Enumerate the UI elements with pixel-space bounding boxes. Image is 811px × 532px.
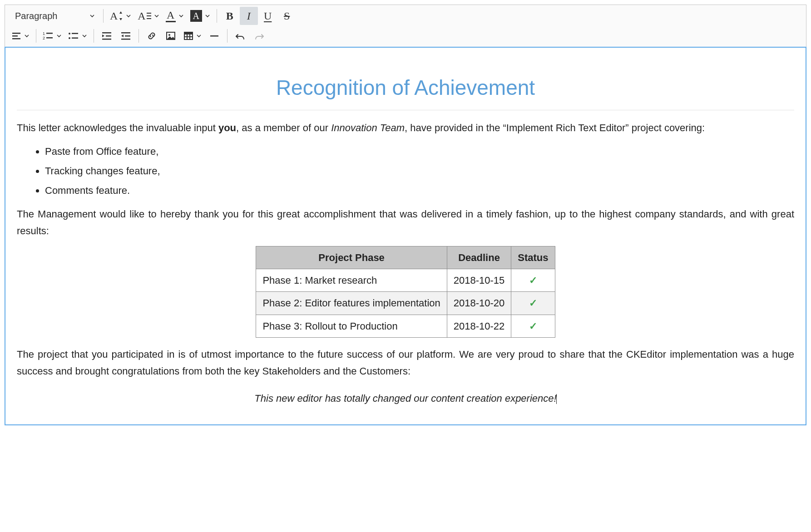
table-button[interactable] bbox=[181, 27, 204, 45]
svg-rect-4 bbox=[12, 35, 18, 37]
horizontal-line-icon bbox=[209, 31, 219, 41]
svg-point-11 bbox=[69, 37, 70, 39]
svg-rect-17 bbox=[121, 32, 130, 34]
table-cell[interactable]: Phase 3: Rollout to Production bbox=[256, 315, 447, 337]
underline-button[interactable]: U bbox=[259, 7, 277, 25]
bold-button[interactable]: B bbox=[221, 7, 239, 25]
bulleted-list-button[interactable] bbox=[65, 27, 90, 45]
bulleted-list-icon bbox=[68, 31, 79, 41]
link-button[interactable] bbox=[143, 27, 161, 45]
quote-text: This new editor has totally changed our … bbox=[254, 393, 556, 404]
redo-icon bbox=[254, 31, 264, 41]
image-icon bbox=[166, 31, 176, 41]
heading-dropdown[interactable]: Paragraph bbox=[9, 7, 99, 25]
status-cell[interactable]: ✓ bbox=[511, 315, 555, 337]
table-header-cell[interactable]: Deadline bbox=[447, 246, 511, 269]
outdent-button[interactable] bbox=[117, 27, 135, 45]
svg-point-10 bbox=[69, 33, 70, 34]
text-run: , have provided in the “Implement Rich T… bbox=[405, 122, 705, 133]
paragraph-style-button[interactable]: A bbox=[135, 7, 162, 25]
separator bbox=[217, 9, 217, 23]
alignment-button[interactable] bbox=[9, 27, 32, 45]
chevron-down-icon bbox=[178, 13, 184, 19]
editor-content[interactable]: Recognition of Achievement This letter a… bbox=[5, 47, 806, 425]
highlight-glyph: A bbox=[190, 10, 202, 22]
chevron-down-icon bbox=[126, 13, 131, 19]
text-run: , as a member of our bbox=[236, 122, 331, 133]
font-color-button[interactable]: A bbox=[163, 7, 187, 25]
table-cell[interactable]: Phase 2: Editor features implementation bbox=[256, 292, 447, 315]
separator bbox=[94, 29, 94, 43]
highlight-button[interactable]: A bbox=[188, 7, 213, 25]
table-cell[interactable]: 2018-10-15 bbox=[447, 269, 511, 291]
color-bar-icon bbox=[166, 21, 176, 22]
status-cell[interactable]: ✓ bbox=[511, 269, 555, 291]
link-icon bbox=[147, 31, 157, 41]
table-cell[interactable]: 2018-10-20 bbox=[447, 292, 511, 315]
svg-rect-12 bbox=[72, 33, 78, 34]
horizontal-line-button[interactable] bbox=[205, 27, 223, 45]
chevron-down-icon bbox=[56, 33, 62, 39]
italic-glyph: I bbox=[247, 10, 251, 22]
editor-frame: Paragraph A A bbox=[5, 5, 806, 425]
svg-rect-1 bbox=[147, 15, 151, 16]
updown-arrows-icon bbox=[119, 10, 123, 21]
chevron-down-icon bbox=[89, 13, 95, 19]
table-row[interactable]: Phase 3: Rollout to Production 2018-10-2… bbox=[256, 315, 555, 337]
intro-paragraph[interactable]: This letter acknowledges the invaluable … bbox=[17, 119, 794, 136]
chevron-down-icon bbox=[24, 33, 30, 39]
table-row[interactable]: Phase 2: Editor features implementation … bbox=[256, 292, 555, 315]
redo-button[interactable] bbox=[250, 27, 268, 45]
svg-rect-15 bbox=[106, 35, 111, 37]
bold-glyph: B bbox=[226, 10, 233, 22]
table-header-cell[interactable]: Status bbox=[511, 246, 555, 269]
font-color-glyph: A bbox=[167, 10, 174, 20]
svg-rect-13 bbox=[72, 38, 78, 39]
svg-rect-9 bbox=[46, 37, 53, 39]
image-button[interactable] bbox=[162, 27, 180, 45]
list-item[interactable]: Tracking changes feature, bbox=[45, 163, 794, 179]
strikethrough-button[interactable]: S bbox=[278, 7, 296, 25]
list-item[interactable]: Paste from Office feature, bbox=[45, 143, 794, 160]
list-item[interactable]: Comments feature. bbox=[45, 182, 794, 199]
heading-dropdown-label: Paragraph bbox=[15, 11, 57, 21]
svg-rect-5 bbox=[12, 38, 20, 39]
text-run: This letter acknowledges the invaluable … bbox=[17, 122, 218, 133]
table-header-cell[interactable]: Project Phase bbox=[256, 246, 447, 269]
feature-list[interactable]: Paste from Office feature, Tracking chan… bbox=[17, 143, 794, 199]
svg-text:2: 2 bbox=[43, 36, 45, 40]
table-row[interactable]: Phase 1: Market research 2018-10-15 ✓ bbox=[256, 269, 555, 291]
thanks-paragraph[interactable]: The Management would like to hereby than… bbox=[17, 206, 794, 240]
phase-table[interactable]: Project Phase Deadline Status Phase 1: M… bbox=[256, 246, 555, 338]
undo-button[interactable] bbox=[231, 27, 249, 45]
svg-rect-27 bbox=[210, 35, 218, 37]
svg-point-21 bbox=[168, 34, 170, 36]
svg-rect-8 bbox=[46, 33, 53, 34]
title-divider bbox=[17, 110, 794, 110]
document-title[interactable]: Recognition of Achievement bbox=[17, 70, 794, 105]
blockquote[interactable]: This new editor has totally changed our … bbox=[17, 390, 794, 407]
font-size-button[interactable]: A bbox=[107, 7, 134, 25]
chevron-down-icon bbox=[196, 33, 202, 39]
separator bbox=[36, 29, 36, 43]
svg-rect-3 bbox=[12, 33, 20, 34]
separator bbox=[138, 29, 139, 43]
paragraph-style-glyph: A bbox=[138, 10, 145, 21]
svg-rect-19 bbox=[121, 39, 130, 40]
separator bbox=[103, 9, 104, 23]
undo-icon bbox=[235, 31, 245, 41]
indent-button[interactable] bbox=[98, 27, 116, 45]
svg-rect-14 bbox=[102, 32, 111, 34]
outdent-icon bbox=[120, 31, 131, 41]
numbered-list-button[interactable]: 1 2 bbox=[40, 27, 64, 45]
status-cell[interactable]: ✓ bbox=[511, 292, 555, 315]
table-header-row[interactable]: Project Phase Deadline Status bbox=[256, 246, 555, 269]
numbered-list-icon: 1 2 bbox=[43, 31, 54, 41]
table-cell[interactable]: Phase 1: Market research bbox=[256, 269, 447, 291]
bold-text: you bbox=[218, 122, 236, 133]
italic-button[interactable]: I bbox=[240, 7, 258, 25]
svg-rect-0 bbox=[147, 13, 151, 14]
closing-paragraph[interactable]: The project that you participated in is … bbox=[17, 346, 794, 380]
table-cell[interactable]: 2018-10-22 bbox=[447, 315, 511, 337]
lines-icon bbox=[147, 12, 151, 20]
